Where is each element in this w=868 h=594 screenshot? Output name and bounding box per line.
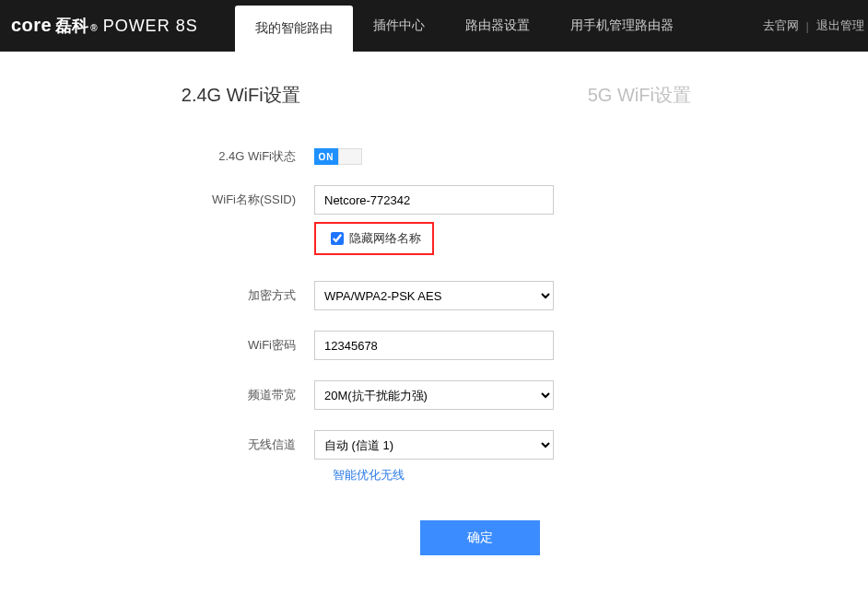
toggle-on-text: ON <box>314 148 338 165</box>
nav-mobile-manage[interactable]: 用手机管理路由器 <box>550 0 694 52</box>
logo-core-text: core <box>11 15 52 36</box>
bandwidth-select[interactable]: 20M(抗干扰能力强) <box>314 380 554 410</box>
logo-cn-text: 磊科 <box>55 15 88 37</box>
top-separator: | <box>803 19 813 33</box>
nav-plugin-center[interactable]: 插件中心 <box>353 0 445 52</box>
wifi-tabs: 2.4G WiFi设置 5G WiFi设置 <box>41 70 839 121</box>
top-right-links: 去官网 | 退出管理 <box>759 0 868 52</box>
label-bandwidth: 频道带宽 <box>130 387 314 403</box>
logo-model-text: POWER 8S <box>103 17 198 36</box>
channel-select[interactable]: 自动 (信道 1) <box>314 430 554 460</box>
label-ssid: WiFi名称(SSID) <box>130 192 314 208</box>
wifi-status-toggle[interactable]: ON <box>314 148 362 165</box>
row-channel: 无线信道 自动 (信道 1) <box>130 430 738 460</box>
top-bar: core 磊科 ® POWER 8S 我的智能路由 插件中心 路由器设置 用手机… <box>0 0 868 52</box>
toggle-knob <box>338 148 362 165</box>
nav-my-router[interactable]: 我的智能路由 <box>235 6 353 52</box>
label-status: 2.4G WiFi状态 <box>130 148 314 165</box>
tab-5g[interactable]: 5G WiFi设置 <box>440 70 839 121</box>
hide-ssid-checkbox[interactable] <box>331 232 344 245</box>
link-logout[interactable]: 退出管理 <box>813 17 868 34</box>
row-password: WiFi密码 <box>130 331 738 360</box>
label-encryption: 加密方式 <box>130 287 314 304</box>
row-bandwidth: 频道带宽 20M(抗干扰能力强) <box>130 380 738 410</box>
hide-ssid-highlight: 隐藏网络名称 <box>314 222 434 255</box>
row-status: 2.4G WiFi状态 ON <box>130 148 738 165</box>
submit-button[interactable]: 确定 <box>420 520 540 555</box>
optimize-wireless-link[interactable]: 智能优化无线 <box>333 468 405 482</box>
wifi-form: 2.4G WiFi状态 ON WiFi名称(SSID) 隐藏网络名称 加密方式 <box>130 148 738 555</box>
tab-2-4g[interactable]: 2.4G WiFi设置 <box>41 70 440 121</box>
logo-reg-icon: ® <box>90 23 97 33</box>
row-hide-ssid: 隐藏网络名称 <box>314 222 738 255</box>
row-encryption: 加密方式 WPA/WPA2-PSK AES <box>130 281 738 310</box>
logo: core 磊科 ® POWER 8S <box>11 15 198 37</box>
row-ssid: WiFi名称(SSID) <box>130 185 738 215</box>
main-nav: 我的智能路由 插件中心 路由器设置 用手机管理路由器 <box>235 0 694 52</box>
label-password: WiFi密码 <box>130 337 314 354</box>
nav-router-settings[interactable]: 路由器设置 <box>445 0 550 52</box>
link-official-site[interactable]: 去官网 <box>759 17 803 34</box>
page-content: 2.4G WiFi设置 5G WiFi设置 2.4G WiFi状态 ON WiF… <box>0 52 868 555</box>
row-submit: 确定 <box>222 520 738 555</box>
ssid-input[interactable] <box>314 185 554 215</box>
row-optimize-link: 智能优化无线 <box>333 467 738 483</box>
hide-ssid-label: 隐藏网络名称 <box>349 230 421 247</box>
encryption-select[interactable]: WPA/WPA2-PSK AES <box>314 281 554 310</box>
password-input[interactable] <box>314 331 554 360</box>
label-channel: 无线信道 <box>130 437 314 453</box>
